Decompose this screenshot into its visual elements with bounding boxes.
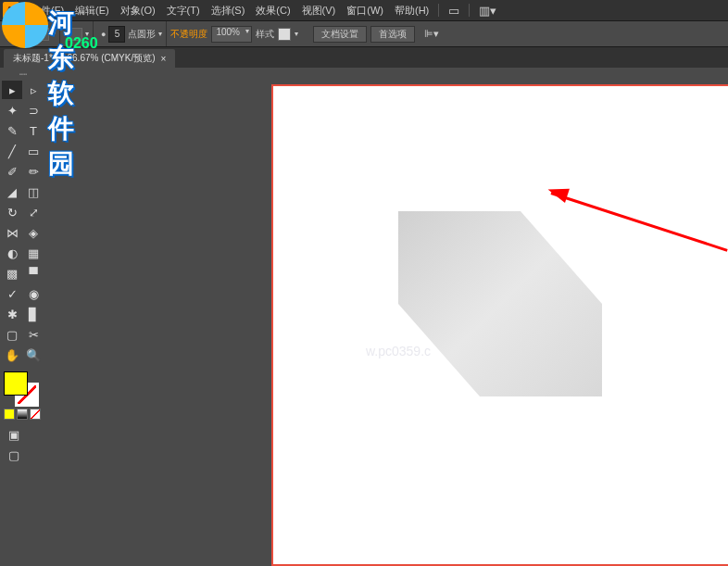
stroke-dropdown-icon[interactable]: ▾ (85, 30, 89, 38)
fill-control[interactable] (34, 28, 49, 41)
magic-wand-tool[interactable]: ✦ (2, 101, 22, 119)
column-graph-tool[interactable]: ▊ (23, 305, 44, 323)
color-mode-swatch[interactable] (4, 409, 15, 420)
stroke-control[interactable] (68, 28, 82, 41)
tools-panel: ▪▪▪▪ ▸ ▹ ✦ ⊃ ✎ T ╱ ▭ ✐ ✏ ◢ ◫ ↻ ⤢ ⋈ (0, 68, 46, 566)
menu-type[interactable]: 文字(T) (161, 0, 206, 21)
type-tool[interactable]: T (23, 121, 44, 140)
bullet-icon: ● (101, 30, 106, 39)
menu-file[interactable]: 文件(F) (25, 0, 69, 21)
stroke-weight-input[interactable] (108, 26, 125, 43)
style-dropdown-icon[interactable]: ▾ (295, 30, 298, 38)
color-area: ▣ ▢ (2, 370, 44, 466)
free-transform-tool[interactable]: ◈ (23, 223, 44, 242)
rectangle-tool[interactable]: ▭ (23, 142, 44, 160)
menu-separator (469, 4, 470, 17)
tab-bar: 未标题-1* @ 66.67% (CMYK/预览) × (0, 47, 728, 68)
pencil-tool[interactable]: ✏ (23, 162, 44, 181)
none-mode-swatch[interactable] (30, 409, 41, 420)
screen-mode-toggle[interactable]: ▢ (4, 446, 24, 464)
annotation-arrow (551, 174, 728, 211)
main-area: ▪▪▪▪ ▸ ▹ ✦ ⊃ ✎ T ╱ ▭ ✐ ✏ ◢ ◫ ↻ ⤢ ⋈ (0, 68, 728, 566)
panel-grabber[interactable]: ▪▪▪▪ (2, 71, 44, 79)
scale-tool[interactable]: ⤢ (23, 203, 44, 221)
gradient-shape[interactable] (398, 211, 602, 396)
no-selection-swatch[interactable] (7, 28, 22, 41)
document-tab[interactable]: 未标题-1* @ 66.67% (CMYK/预览) × (4, 49, 175, 68)
eraser-tool[interactable]: ◫ (23, 182, 44, 201)
stroke-profile-dropdown-icon[interactable]: ▾ (158, 30, 162, 38)
stroke-profile-label: 点圆形 (128, 28, 156, 41)
direct-selection-tool[interactable]: ▹ (23, 81, 44, 99)
selection-tool[interactable]: ▸ (2, 81, 22, 99)
gradient-tool[interactable]: ▀ (23, 264, 44, 283)
blob-brush-tool[interactable]: ◢ (2, 182, 22, 201)
lasso-tool[interactable]: ⊃ (23, 101, 44, 119)
slice-tool[interactable]: ✂ (23, 325, 44, 344)
zoom-tool[interactable]: 🔍 (23, 346, 44, 364)
blend-tool[interactable]: ◉ (23, 284, 44, 303)
perspective-grid-tool[interactable]: ▦ (23, 244, 44, 262)
control-bar: ▾ ▾ ● 点圆形 ▾ 不透明度 100% 样式 ▾ 文档设置 首选项 ⊫▾ (0, 21, 728, 47)
menu-select[interactable]: 选择(S) (206, 0, 251, 21)
eyedropper-tool[interactable]: ✓ (2, 284, 22, 303)
workspace-icon[interactable]: ▭ (443, 2, 465, 19)
menu-help[interactable]: 帮助(H) (389, 0, 434, 21)
canvas-area[interactable]: w.pc0359.c (46, 68, 728, 566)
tab-close-icon[interactable]: × (161, 54, 167, 64)
mesh-tool[interactable]: ▩ (2, 264, 22, 283)
menu-view[interactable]: 视图(V) (296, 0, 342, 21)
menu-window[interactable]: 窗口(W) (341, 0, 389, 21)
line-tool[interactable]: ╱ (2, 142, 22, 160)
screen-mode-normal[interactable]: ▣ (4, 425, 24, 444)
document-setup-button[interactable]: 文档设置 (313, 26, 367, 43)
opacity-input[interactable]: 100% (211, 26, 252, 43)
menu-edit[interactable]: 编辑(E) (69, 0, 115, 21)
artboard-tool[interactable]: ▢ (2, 325, 22, 344)
gradient-mode-swatch[interactable] (17, 409, 28, 420)
paintbrush-tool[interactable]: ✐ (2, 162, 22, 181)
align-icon[interactable]: ⊫▾ (419, 26, 445, 42)
opacity-label[interactable]: 不透明度 (170, 28, 207, 41)
pen-tool[interactable]: ✎ (2, 121, 22, 140)
width-tool[interactable]: ⋈ (2, 223, 22, 242)
faint-watermark: w.pc0359.c (366, 344, 431, 358)
arrange-icon[interactable]: ▥▾ (473, 2, 502, 19)
app-icon: Ai (3, 2, 19, 19)
hand-tool[interactable]: ✋ (2, 346, 22, 364)
style-label: 样式 (256, 28, 274, 41)
preferences-button[interactable]: 首选项 (370, 26, 415, 43)
tab-title: 未标题-1* @ 66.67% (CMYK/预览) (13, 52, 156, 65)
artboard[interactable] (271, 84, 728, 566)
fill-dropdown-icon[interactable]: ▾ (52, 30, 56, 38)
menu-effect[interactable]: 效果(C) (250, 0, 295, 21)
menu-object[interactable]: 对象(O) (115, 0, 161, 21)
symbol-sprayer-tool[interactable]: ✱ (2, 305, 22, 323)
fill-stroke-swatches[interactable] (4, 371, 41, 405)
menu-separator (438, 4, 439, 17)
menu-bar: Ai 文件(F) 编辑(E) 对象(O) 文字(T) 选择(S) 效果(C) 视… (0, 0, 728, 21)
style-swatch[interactable] (278, 28, 291, 41)
shape-builder-tool[interactable]: ◐ (2, 244, 22, 262)
rotate-tool[interactable]: ↻ (2, 203, 22, 221)
fill-color-swatch[interactable] (4, 371, 28, 396)
